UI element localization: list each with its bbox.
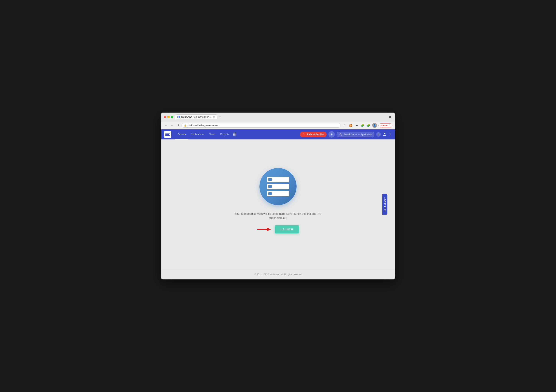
nav-link-applications[interactable]: Applications (188, 130, 207, 139)
close-button[interactable] (164, 116, 166, 118)
nav-logo[interactable] (164, 131, 171, 138)
nav-link-projects[interactable]: Projects (218, 130, 232, 139)
page-content: Your Managed servers will be listed here… (161, 139, 395, 269)
svg-point-12 (340, 133, 341, 135)
need-help-tab[interactable]: Need a hand? (382, 194, 387, 215)
tab-title: Cloudways Next-Generation C (181, 116, 211, 118)
minimize-button[interactable] (167, 116, 170, 118)
svg-rect-2 (165, 133, 170, 133)
maximize-button[interactable] (171, 116, 173, 118)
server-illustration (259, 168, 297, 205)
traffic-lights (164, 116, 173, 118)
svg-rect-10 (234, 135, 235, 136)
url-bar[interactable]: 🔒 platform.cloudways.com/server (182, 123, 341, 128)
arrow-icon (257, 226, 272, 233)
refer-label: Refer & Get $20 (307, 133, 324, 136)
search-bar[interactable]: Search Server or Application (337, 132, 374, 137)
lock-icon: 🔒 (184, 124, 186, 127)
browser-window: Cloudways Next-Generation C ✕ + ⚙ ← → ↺ … (161, 113, 395, 279)
active-tab[interactable]: Cloudways Next-Generation C ✕ (175, 115, 217, 119)
update-chevron-icon: ⋮ (388, 124, 390, 127)
tab-favicon (178, 116, 180, 118)
svg-rect-5 (236, 133, 236, 133)
empty-state-message: Your Managed servers will be listed here… (233, 212, 323, 220)
extensions-icon[interactable]: 🧩 (366, 123, 371, 128)
svg-line-13 (341, 135, 342, 136)
notification-badge[interactable]: 0 (376, 132, 381, 137)
user-avatar[interactable]: 👤 (372, 123, 377, 128)
browser-extra-actions: ⚙ (388, 115, 392, 119)
launch-button[interactable]: LAUNCH (275, 225, 299, 233)
server-rack-1 (267, 177, 289, 182)
tab-bar: Cloudways Next-Generation C ✕ + (175, 115, 386, 119)
extension-cookie-icon[interactable]: 🍪 (348, 123, 353, 128)
tab-close-button[interactable]: ✕ (213, 116, 215, 118)
svg-rect-9 (233, 135, 234, 136)
svg-rect-6 (233, 134, 234, 135)
server-rack-3 (267, 191, 289, 196)
add-server-button[interactable]: + (328, 131, 335, 138)
svg-rect-11 (236, 135, 236, 136)
footer: © 2011-2021 Cloudways Ltd. All rights re… (161, 269, 395, 279)
user-menu-icon[interactable] (383, 132, 387, 137)
logo-icon (164, 131, 171, 138)
svg-rect-7 (234, 134, 235, 135)
extension-mail-icon[interactable]: ✉ (355, 123, 359, 128)
main-nav: Servers Applications Team Projects (161, 130, 395, 139)
grid-apps-icon[interactable] (232, 132, 238, 137)
svg-point-14 (384, 133, 385, 134)
rack-light-1 (268, 178, 272, 181)
footer-copyright: © 2011-2021 Cloudways Ltd. All rights re… (255, 273, 301, 276)
nav-link-servers[interactable]: Servers (175, 130, 188, 139)
svg-marker-16 (267, 227, 271, 231)
search-icon (339, 133, 342, 136)
reload-button[interactable]: ↺ (176, 123, 180, 127)
svg-rect-1 (165, 134, 169, 135)
extension-puzzle-icon[interactable]: 🧩 (360, 123, 365, 128)
svg-rect-4 (234, 133, 235, 133)
svg-rect-0 (165, 135, 170, 136)
update-label: Update (381, 124, 387, 126)
nav-links: Servers Applications Team Projects (175, 130, 300, 139)
rack-light-3 (268, 192, 272, 195)
nav-right-section: ❤️ Refer & Get $20 + Search Server or Ap… (300, 131, 392, 138)
title-bar: Cloudways Next-Generation C ✕ + ⚙ (161, 113, 395, 122)
rack-light-2 (268, 185, 272, 188)
back-button[interactable]: ← (164, 123, 168, 127)
address-bar: ← → ↺ 🔒 platform.cloudways.com/server ☆ … (161, 122, 395, 130)
new-tab-button[interactable]: + (218, 115, 222, 119)
nav-more-button[interactable]: ⋮ (388, 132, 392, 137)
search-placeholder: Search Server or Application (343, 133, 372, 136)
svg-rect-8 (236, 134, 236, 135)
refer-button[interactable]: ❤️ Refer & Get $20 (300, 132, 327, 137)
browser-toolbar-actions: ☆ 🍪 ✉ 🧩 🧩 👤 Update ⋮ (343, 123, 392, 128)
launch-area: LAUNCH (257, 225, 299, 233)
nav-link-team[interactable]: Team (207, 130, 218, 139)
settings-icon[interactable]: ⚙ (388, 115, 392, 119)
heart-icon: ❤️ (303, 133, 306, 136)
bookmark-icon[interactable]: ☆ (343, 123, 347, 128)
server-stack (267, 177, 289, 196)
server-rack-2 (267, 184, 289, 189)
update-button[interactable]: Update ⋮ (378, 123, 392, 127)
url-text: platform.cloudways.com/server (188, 124, 218, 127)
svg-rect-3 (233, 133, 234, 133)
forward-button[interactable]: → (170, 123, 174, 127)
